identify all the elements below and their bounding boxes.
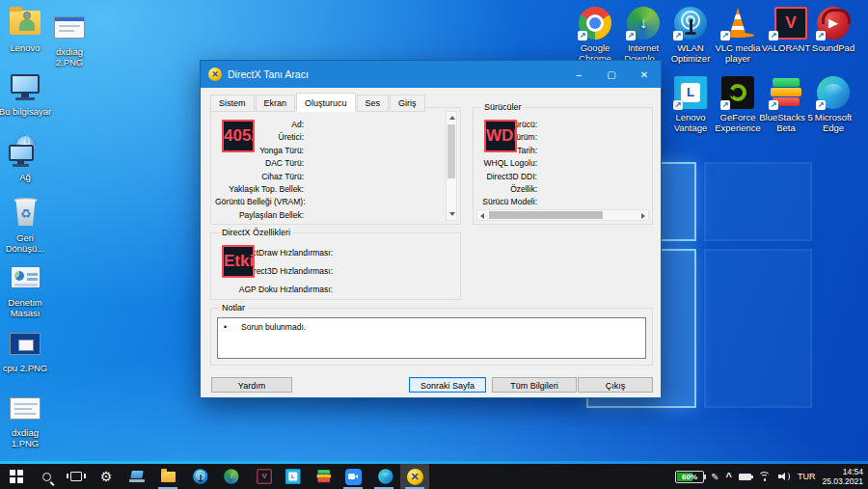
device-groupbox: Cihaz Ad:NVIDIA GeForce GT 740M Üretici:…	[210, 107, 461, 225]
drivers-groupbox-title: Sürücüler	[481, 102, 525, 112]
language-indicator[interactable]: TUR	[798, 472, 816, 481]
tab-ses[interactable]: Ses	[357, 95, 390, 112]
screenshot-file-icon	[7, 391, 43, 425]
drivers-rows: Ana Sürücü:nvldumdx.dll,nvldumdx.dll,nvl…	[477, 119, 648, 209]
device-rows: Ad:NVIDIA GeForce GT 740M Üretici:NVIDIA…	[215, 119, 441, 222]
desktop: Lenovo dxdiag 2.PNG Bu bilgisayar Ağ ♻ G…	[0, 0, 868, 489]
wifi-icon[interactable]	[758, 472, 772, 482]
maximize-button[interactable]: ▢	[595, 61, 628, 88]
help-button[interactable]: Yardım	[211, 377, 292, 393]
close-button[interactable]: ✕	[628, 61, 661, 88]
scroll-up-icon[interactable]	[449, 116, 455, 120]
taskbar-search-button[interactable]	[32, 464, 61, 489]
taskbar-lenovo-vantage[interactable]: L	[277, 464, 306, 489]
taskbar-settings-button[interactable]: ⚙	[92, 464, 121, 489]
battery-percent-text: 60%	[676, 472, 703, 482]
taskbar-dxdiag-active[interactable]: ✕	[400, 464, 429, 489]
bluestacks-icon: ↗	[768, 75, 804, 110]
tab-ekran[interactable]: Ekran	[256, 95, 296, 112]
desktop-icon-recycle-bin[interactable]: ♻ Geri Dönüşü...	[0, 196, 56, 254]
desktop-icon-control-panel[interactable]: Denetim Masası	[0, 260, 56, 318]
features-groupbox-title: DirectX Özellikleri	[219, 228, 293, 237]
notes-textbox[interactable]: • Sorun bulunmadı.	[217, 317, 646, 359]
shortcut-arrow-icon: ↗	[769, 100, 778, 110]
windows-logo-icon	[10, 470, 23, 483]
wlan-antenna-icon: ↗	[672, 6, 709, 41]
screenshot-file-icon	[7, 326, 43, 361]
clock[interactable]: 14:54 25.03.2021	[822, 467, 863, 486]
chevron-up-icon[interactable]: ^	[726, 473, 732, 480]
desktop-icon-dxdiag-2-png[interactable]: dxdiag 2.PNG	[39, 10, 100, 68]
start-button[interactable]	[2, 464, 31, 489]
scroll-right-icon[interactable]	[641, 213, 645, 219]
battery-percent-widget[interactable]: 60%	[675, 471, 704, 483]
tray-date: 25.03.2021	[822, 476, 863, 486]
desktop-icon-soundpad[interactable]: ▶↗ SoundPad	[802, 6, 864, 53]
shortcut-arrow-icon: ↗	[816, 100, 826, 110]
edge-icon: ↗	[815, 75, 852, 110]
desktop-icon-this-pc[interactable]: Bu bilgisayar	[0, 69, 56, 117]
gear-icon: ⚙	[100, 470, 113, 483]
driver-row: Özellik:11_0,10_1,10_0,9_3,9_2,9_1	[477, 183, 648, 196]
desktop-icon-network[interactable]: Ağ	[0, 135, 56, 182]
chrome-icon: ↗	[577, 6, 613, 41]
scrollbar-thumb[interactable]	[448, 124, 455, 178]
next-page-button[interactable]: Sonraki Sayfa	[409, 377, 486, 393]
camera-icon	[345, 469, 362, 485]
screenshot-file-icon	[51, 10, 88, 44]
idm-icon: ↓↗	[625, 6, 662, 41]
taskbar-laptop-app[interactable]	[122, 464, 151, 489]
taskbar-valorant[interactable]: V	[246, 464, 275, 489]
minimize-button[interactable]: –	[562, 61, 595, 88]
recycle-bin-icon: ♻	[7, 196, 43, 231]
lenovo-vantage-icon: L	[285, 469, 298, 484]
valorant-icon: V↗	[768, 6, 804, 41]
taskbar-wlan-optimizer[interactable]	[184, 464, 213, 489]
exit-button[interactable]: Çıkış	[578, 377, 653, 393]
desktop-icon-dxdiag-1-png[interactable]: dxdiag 1.PNG	[0, 391, 56, 448]
note-item: • Sorun bulunmadı.	[218, 318, 645, 336]
taskbar-idm[interactable]: ↓	[215, 464, 244, 489]
task-view-button[interactable]	[62, 464, 91, 489]
desktop-icon-label: dxdiag 1.PNG	[0, 427, 56, 448]
volume-icon[interactable]	[778, 472, 791, 481]
battery-icon[interactable]	[739, 474, 751, 480]
drivers-horizontal-scrollbar[interactable]	[476, 209, 649, 221]
computer-icon	[7, 69, 43, 104]
folder-icon	[161, 472, 176, 482]
bluestacks-icon	[315, 469, 329, 484]
desktop-icon-label: Denetim Masası	[0, 297, 56, 318]
device-vertical-scrollbar[interactable]	[446, 111, 457, 221]
desktop-icon-cpu-2-png[interactable]: cpu 2.PNG	[0, 326, 56, 373]
desktop-icon-microsoft-edge[interactable]: ↗ Microsoft Edge	[802, 75, 864, 133]
drivers-groupbox: Sürücüler Ana Sürücü:nvldumdx.dll,nvldum…	[473, 107, 653, 225]
system-tray: 60% ✎ ^ TUR 14:54 25.03.2021	[675, 464, 863, 489]
scrollbar-thumb[interactable]	[489, 211, 603, 219]
desktop-icon-label: SoundPad	[802, 42, 864, 53]
taskbar-file-explorer[interactable]	[153, 464, 182, 489]
task-view-icon	[70, 472, 82, 481]
taskbar-bluestacks[interactable]	[308, 464, 337, 489]
laptop-icon	[129, 471, 145, 482]
device-row: DAC Türü:Integrated RAMDAC	[215, 157, 441, 170]
window-titlebar[interactable]: ✕ DirectX Tanı Aracı – ▢ ✕	[201, 61, 661, 88]
wallpaper-logo-pane-bottom-right	[704, 249, 812, 408]
tab-giris[interactable]: Giriş	[390, 95, 425, 112]
dxdiag-window: ✕ DirectX Tanı Aracı – ▢ ✕ Sistem Ekran …	[200, 60, 662, 398]
tab-sistem[interactable]: Sistem	[210, 95, 255, 112]
scroll-down-icon[interactable]	[449, 212, 455, 216]
taskbar-edge[interactable]	[369, 464, 398, 489]
scroll-left-icon[interactable]	[480, 213, 484, 219]
taskbar-zoom[interactable]	[339, 464, 367, 489]
desktop-icon-label: Bu bilgisayar	[0, 106, 56, 117]
driver-row: Sürücü Modeli:WDDM 2.5	[477, 196, 648, 208]
search-icon	[42, 473, 51, 481]
network-globe-icon	[7, 135, 43, 170]
tab-olusturucu[interactable]: Oluşturucu	[296, 93, 356, 112]
directx-icon: ✕	[407, 469, 423, 485]
desktop-icon-label: dxdiag 2.PNG	[39, 46, 100, 68]
desktop-icon-label: Geri Dönüşü...	[0, 232, 56, 254]
pen-icon[interactable]: ✎	[711, 472, 719, 482]
save-all-info-button[interactable]: Tüm Bilgileri Kaydet...	[492, 377, 577, 393]
shortcut-arrow-icon: ↗	[673, 100, 683, 110]
